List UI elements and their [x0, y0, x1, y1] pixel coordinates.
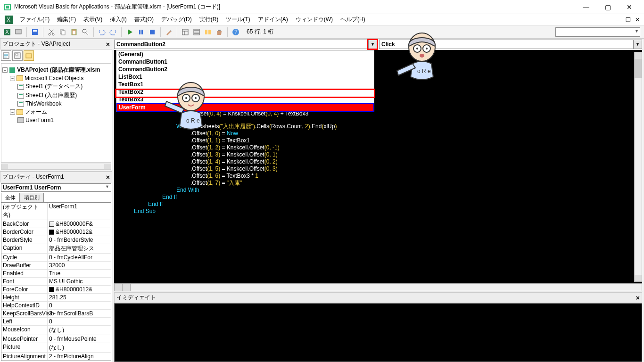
folder-icon	[17, 109, 23, 115]
dropdown-item[interactable]: UserForm	[116, 103, 374, 112]
run-icon[interactable]	[124, 27, 135, 37]
property-row[interactable]: Left0	[1, 318, 111, 326]
property-row[interactable]: DrawBuffer32000	[1, 262, 111, 270]
window-title: Microsoft Visual Basic for Applications …	[14, 3, 575, 11]
mdi-close-icon[interactable]: ✕	[633, 16, 642, 23]
menu-edit[interactable]: 編集(E)	[53, 15, 80, 25]
help-icon[interactable]: ?	[231, 27, 241, 37]
menu-format[interactable]: 書式(O)	[131, 15, 157, 25]
find-icon[interactable]	[80, 27, 91, 37]
project-explorer-icon[interactable]	[180, 27, 190, 37]
tree-sheet[interactable]: Sheet3 (入出庫履歴)	[2, 91, 110, 100]
dropdown-item[interactable]: TextBox3	[116, 96, 374, 103]
reset-icon[interactable]	[147, 27, 157, 37]
cut-icon[interactable]	[46, 27, 57, 37]
tree-sheet[interactable]: Sheet1 (データベース)	[2, 82, 110, 91]
property-row[interactable]: Picture(なし)	[1, 343, 111, 353]
copy-icon[interactable]	[58, 27, 68, 37]
object-dropdown[interactable]: CommandButton2 ▼	[114, 40, 377, 49]
svg-text:?: ?	[234, 29, 238, 35]
redo-icon[interactable]	[108, 27, 118, 37]
mdi-minimize-icon[interactable]: —	[614, 16, 623, 23]
object-browser-icon[interactable]	[203, 27, 213, 37]
paste-icon[interactable]	[69, 27, 79, 37]
project-icon	[9, 67, 16, 74]
property-row[interactable]: MousePointer0 - fmMousePointe	[1, 335, 111, 343]
property-row[interactable]: BorderColor&H80000012&	[1, 228, 111, 236]
minimize-button[interactable]: —	[575, 0, 597, 14]
property-row[interactable]: FontMS UI Gothic	[1, 278, 111, 286]
dropdown-item[interactable]: CommandButton1	[116, 58, 374, 66]
menu-window[interactable]: ウィンドウ(W)	[292, 15, 337, 25]
break-icon[interactable]	[136, 27, 146, 37]
excel-icon[interactable]: X	[5, 16, 13, 24]
properties-grid[interactable]: (オブジェクト名)UserForm1BackColor&H8000000F&Bo…	[1, 202, 111, 361]
procedure-view-icon[interactable]	[115, 284, 123, 291]
menu-tools[interactable]: ツール(T)	[222, 15, 254, 25]
menu-addins[interactable]: アドイン(A)	[254, 15, 292, 25]
toolbox-icon[interactable]	[214, 27, 224, 37]
dropdown-item[interactable]: (General)	[116, 50, 374, 58]
immediate-close-icon[interactable]: ×	[636, 294, 640, 302]
svg-point-36	[195, 97, 197, 99]
menu-insert[interactable]: 挿入(I)	[106, 15, 130, 25]
tab-categorized[interactable]: 項目別	[20, 193, 44, 202]
properties-tabs: 全体 項目別	[1, 193, 111, 202]
tab-alphabetic[interactable]: 全体	[1, 193, 20, 202]
toggle-folders-icon[interactable]	[24, 50, 34, 61]
design-mode-icon[interactable]	[164, 27, 174, 37]
object-browser-combo[interactable]	[555, 27, 640, 37]
property-row[interactable]: Cycle0 - fmCycleAllFor	[1, 254, 111, 262]
properties-window-icon[interactable]	[191, 27, 202, 37]
tree-excel-objects[interactable]: −Microsoft Excel Objects	[2, 74, 110, 82]
menu-debug[interactable]: デバッグ(D)	[157, 15, 196, 25]
svg-rect-2	[6, 6, 9, 8]
dropdown-item[interactable]: TextBox2	[116, 88, 374, 96]
menu-help[interactable]: ヘルプ(H)	[337, 15, 369, 25]
property-row[interactable]: BackColor&H8000000F&	[1, 220, 111, 228]
dropdown-item[interactable]: TextBox1	[116, 81, 374, 88]
property-row[interactable]: Height281.25	[1, 294, 111, 302]
menu-file[interactable]: ファイル(F)	[16, 15, 53, 25]
view-excel-icon[interactable]: X	[2, 27, 12, 37]
property-row[interactable]: KeepScrollBarsVisib3 - fmScrollBarsB	[1, 310, 111, 318]
property-row[interactable]: MouseIcon(なし)	[1, 326, 111, 335]
property-row[interactable]: Caption部品在庫管理シス	[1, 244, 111, 254]
workbook-icon	[17, 101, 24, 107]
project-pane-close-icon[interactable]: ×	[106, 41, 110, 48]
property-row[interactable]: (オブジェクト名)UserForm1	[1, 203, 111, 220]
tree-userform[interactable]: UserForm1	[2, 116, 110, 124]
object-dropdown-list[interactable]: (General)CommandButton1CommandButton2Lis…	[116, 50, 374, 112]
menu-view[interactable]: 表示(V)	[80, 15, 106, 25]
mdi-restore-icon[interactable]: ❐	[623, 16, 633, 23]
property-row[interactable]: ForeColor&H80000012&	[1, 286, 111, 294]
full-module-view-icon[interactable]	[123, 284, 131, 291]
menu-run[interactable]: 実行(R)	[196, 15, 223, 25]
svg-point-43	[420, 54, 424, 58]
close-button[interactable]: ✕	[619, 0, 640, 14]
svg-point-41	[416, 48, 418, 49]
procedure-dropdown-arrow-icon[interactable]: ▼	[633, 40, 642, 49]
dropdown-item[interactable]: ListBox1	[116, 73, 374, 81]
maximize-button[interactable]: ▢	[597, 0, 619, 14]
code-vscroll[interactable]	[634, 52, 642, 282]
tree-forms-folder[interactable]: −フォーム	[2, 107, 110, 116]
project-tree[interactable]: − VBAProject (部品在庫管理.xlsm −Microsoft Exc…	[1, 63, 111, 163]
view-code-icon[interactable]	[1, 50, 11, 61]
properties-pane-close-icon[interactable]: ×	[106, 173, 110, 181]
immediate-body[interactable]	[114, 303, 642, 362]
property-row[interactable]: BorderStyle0 - fmBorderStyle	[1, 236, 111, 244]
undo-icon[interactable]	[97, 27, 107, 37]
dropdown-item[interactable]: CommandButton2	[116, 66, 374, 73]
property-row[interactable]: EnabledTrue	[1, 270, 111, 278]
property-row[interactable]: HelpContextID0	[1, 302, 111, 310]
code-hscroll[interactable]	[114, 283, 642, 291]
save-icon[interactable]	[30, 27, 40, 37]
property-row[interactable]: PictureAlignment2 - fmPictureAlign	[1, 353, 111, 361]
properties-object-combo[interactable]: UserForm1 UserForm	[1, 183, 111, 192]
view-object-icon[interactable]	[12, 50, 23, 61]
project-hscroll[interactable]	[1, 164, 111, 170]
tree-root[interactable]: − VBAProject (部品在庫管理.xlsm	[2, 66, 110, 74]
insert-userform-icon[interactable]	[13, 27, 24, 37]
tree-thisworkbook[interactable]: ThisWorkbook	[2, 100, 110, 107]
